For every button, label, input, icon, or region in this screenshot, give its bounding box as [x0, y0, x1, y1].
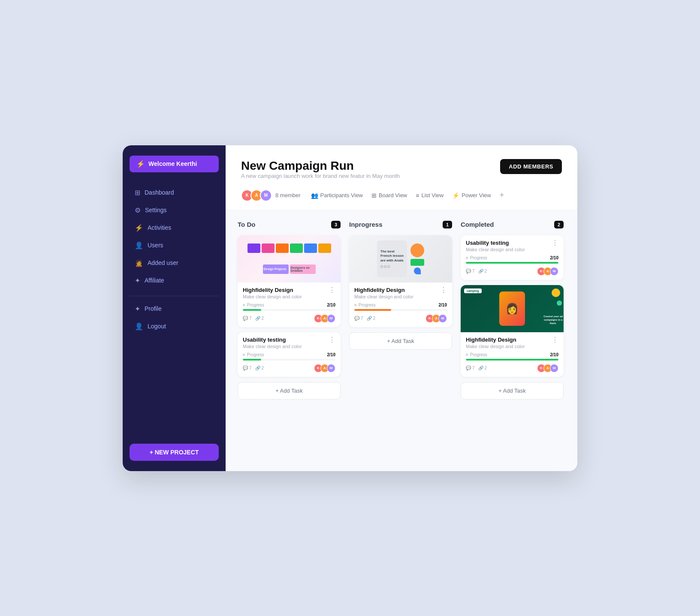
card-avatars: K A M — [314, 314, 335, 323]
card-avatar: M — [550, 267, 558, 276]
new-project-label: + NEW PROJECT — [150, 449, 199, 456]
card-body-inprogress-1: Highfidelity Design Make clear design an… — [349, 282, 452, 327]
card-stats: 💬 7 🔗 2 — [243, 366, 264, 370]
column-todo: To Do 3 — [238, 221, 341, 461]
affiliate-icon: ✦ — [135, 276, 140, 285]
progress-label: ≡ Progress — [354, 303, 376, 307]
card-menu-icon[interactable]: ⋮ — [440, 287, 447, 294]
card-title: Usability testing — [243, 337, 302, 343]
link-stat: 🔗 2 — [478, 366, 487, 370]
card-menu-icon[interactable]: ⋮ — [329, 337, 335, 343]
sidebar-item-label: Logout — [148, 323, 166, 330]
progress-bar-fill — [243, 359, 261, 361]
header-meta: K A M 8 member 👥 Participants View ⊞ Boa… — [241, 189, 562, 201]
sidebar-item-activities[interactable]: ⚡ Activities — [130, 219, 219, 236]
sidebar-bottom: + NEW PROJECT — [130, 444, 219, 461]
link-stat: 🔗 2 — [367, 316, 376, 321]
dashboard-icon: ⊞ — [135, 189, 140, 197]
card-footer: 💬 7 🔗 2 K A M — [243, 314, 335, 323]
progress-bar-bg — [243, 309, 335, 311]
card-stats: 💬 7 🔗 2 — [354, 316, 375, 321]
comment-stat: 💬 7 — [354, 316, 363, 321]
card-thumbnail-completed-2: camplog 👩 Control your adcampaigns in af… — [461, 285, 564, 332]
tab-label: Board View — [379, 192, 407, 198]
view-tabs: 👥 Participants View ⊞ Board View ≡ List … — [311, 191, 504, 200]
link-stat: 🔗 2 — [255, 316, 264, 321]
sidebar-item-dashboard[interactable]: ⊞ Dashboard — [130, 184, 219, 201]
card-subtitle: Make clear design and color — [354, 294, 413, 299]
add-view-button[interactable]: + — [500, 191, 504, 200]
card-avatars: K A M — [537, 364, 558, 373]
card-thumbnail-todo-1: Design Projects Designers on Dribbble — [238, 235, 341, 282]
card-body-todo-1: Highfidelity Design Make clear design an… — [238, 282, 341, 327]
progress-value: 2/10 — [327, 303, 335, 307]
column-title-todo: To Do — [238, 221, 255, 228]
link-stat: 🔗 2 — [478, 269, 487, 273]
sidebar-nav: ⊞ Dashboard ⚙ Settings ⚡ Activities 👤 Us… — [130, 184, 219, 290]
task-card-todo-2: Usability testing Make clear design and … — [238, 332, 341, 377]
progress-label: ≡ Progress — [243, 303, 264, 307]
sidebar-item-settings[interactable]: ⚙ Settings — [130, 202, 219, 219]
card-avatar: M — [438, 314, 447, 323]
card-title: Highfidelity Design — [243, 287, 302, 293]
welcome-label: Welcome Keerthi — [148, 160, 197, 167]
tab-board[interactable]: ⊞ Board View — [371, 192, 407, 199]
tab-label: Power View — [462, 192, 491, 198]
add-members-button[interactable]: ADD MEMBERS — [500, 159, 562, 174]
card-menu-icon[interactable]: ⋮ — [552, 337, 558, 343]
add-task-button-todo[interactable]: + Add Task — [238, 382, 341, 400]
page-title: New Campaign Run — [241, 159, 400, 173]
users-icon: 👤 — [135, 241, 143, 249]
card-avatars: K A M — [314, 364, 335, 373]
sidebar-item-added-user[interactable]: 🙍 Added user — [130, 255, 219, 271]
progress-value: 2/10 — [550, 255, 558, 260]
progress-bar-fill — [466, 359, 558, 361]
progress-bar-bg — [354, 309, 447, 311]
column-header-inprogress: Inprogress 1 — [349, 221, 452, 228]
nav-divider — [130, 296, 219, 296]
card-stats: 💬 7 🔗 2 — [466, 269, 487, 273]
card-thumbnail-inprogress-1: The bestFrench lessonare with Anaïs — [349, 235, 452, 282]
card-avatars: K A M — [425, 314, 447, 323]
card-title: Highfidelity Design — [354, 287, 413, 293]
column-completed: Completed 2 Usability testing Make clear… — [461, 221, 564, 461]
new-project-button[interactable]: + NEW PROJECT — [130, 444, 219, 461]
sidebar-item-logout[interactable]: 👤 Logout — [130, 318, 219, 335]
tab-list[interactable]: ≡ List View — [416, 192, 444, 199]
card-menu-icon[interactable]: ⋮ — [329, 287, 335, 294]
task-card-todo-1: Design Projects Designers on Dribbble Hi… — [238, 235, 341, 327]
add-task-button-inprogress[interactable]: + Add Task — [349, 332, 452, 350]
comment-stat: 💬 7 — [466, 366, 475, 370]
task-card-inprogress-1: The bestFrench lessonare with Anaïs — [349, 235, 452, 327]
card-footer: 💬 7 🔗 2 K A M — [466, 267, 558, 276]
activities-icon: ⚡ — [135, 224, 143, 232]
progress-bar-bg — [466, 262, 558, 264]
tab-label: List View — [421, 192, 444, 198]
link-stat: 🔗 2 — [255, 366, 264, 370]
comment-stat: 💬 7 — [243, 366, 252, 370]
sidebar-item-affiliate[interactable]: ✦ Affiliate — [130, 272, 219, 289]
app-container: ⚡ Welcome Keerthi ⊞ Dashboard ⚙ Settings… — [123, 145, 577, 471]
title-area: New Campaign Run A new campaign launch w… — [241, 159, 400, 186]
profile-icon: ✦ — [135, 305, 140, 313]
welcome-button[interactable]: ⚡ Welcome Keerthi — [130, 156, 219, 172]
main-content: New Campaign Run A new campaign launch w… — [226, 145, 577, 471]
sidebar-item-profile[interactable]: ✦ Profile — [130, 300, 219, 317]
page-subtitle: A new campaign launch work for brand new… — [241, 173, 400, 179]
card-menu-icon[interactable]: ⋮ — [552, 240, 558, 246]
list-icon: ≡ — [416, 192, 419, 199]
tab-power[interactable]: ⚡ Power View — [452, 192, 491, 199]
sidebar-item-users[interactable]: 👤 Users — [130, 237, 219, 254]
kanban-board: To Do 3 — [226, 210, 577, 471]
progress-icon: ≡ — [466, 255, 468, 260]
column-header-completed: Completed 2 — [461, 221, 564, 228]
sidebar-item-label: Dashboard — [145, 189, 174, 196]
sidebar-item-label: Activities — [148, 224, 171, 231]
card-subtitle: Make clear design and color — [466, 344, 525, 349]
progress-value: 2/10 — [439, 303, 447, 307]
card-avatar: M — [550, 364, 558, 373]
progress-label: ≡ Progress — [466, 255, 487, 260]
add-task-button-completed[interactable]: + Add Task — [461, 382, 564, 400]
tab-participants[interactable]: 👥 Participants View — [311, 192, 363, 199]
column-title-completed: Completed — [461, 221, 494, 228]
